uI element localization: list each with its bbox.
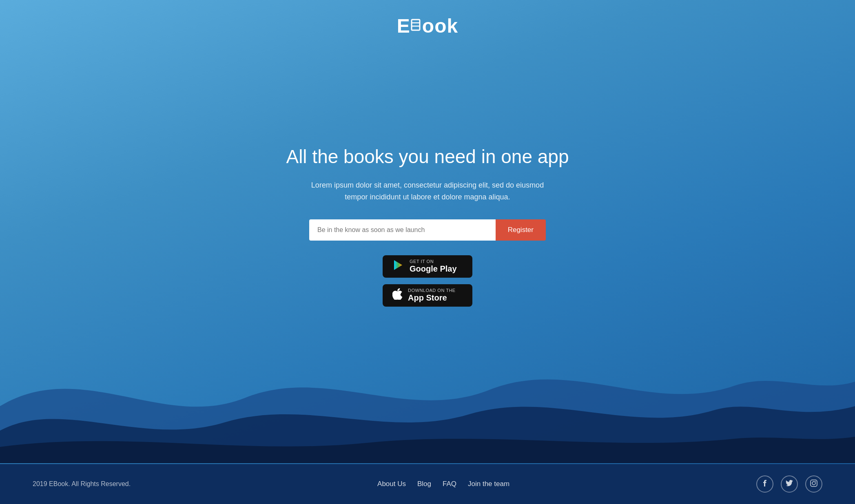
twitter-button[interactable]: [781, 475, 798, 493]
footer-social: [756, 475, 822, 493]
app-store-button[interactable]: Download on the App Store: [383, 284, 472, 307]
google-play-button[interactable]: GET IT ON Google Play: [383, 255, 472, 278]
google-play-small-text: GET IT ON: [410, 259, 434, 264]
footer: 2019 EBook. All Rights Reserved. About U…: [0, 464, 855, 504]
google-play-large-text: Google Play: [410, 264, 457, 274]
instagram-button[interactable]: [805, 475, 822, 493]
register-button[interactable]: Register: [496, 219, 546, 241]
google-play-text: GET IT ON Google Play: [410, 259, 457, 274]
logo: E ook: [0, 15, 855, 37]
email-input[interactable]: [309, 219, 496, 241]
footer-copyright: 2019 EBook. All Rights Reserved.: [33, 480, 131, 488]
register-form: Register: [309, 219, 546, 241]
app-store-large-text: App Store: [408, 293, 447, 303]
app-store-small-text: Download on the: [408, 288, 456, 293]
main-content: All the books you need in one app Lorem …: [0, 45, 855, 464]
apple-icon: [392, 288, 402, 303]
footer-link-about[interactable]: About Us: [377, 480, 406, 488]
hero-description: Lorem ipsum dolor sit amet, consectetur …: [305, 179, 550, 203]
twitter-icon: [786, 480, 793, 489]
svg-point-6: [815, 481, 816, 482]
footer-nav: About Us Blog FAQ Join the team: [377, 480, 509, 488]
svg-point-5: [812, 482, 815, 485]
app-buttons: GET IT ON Google Play Download on the Ap…: [383, 255, 472, 307]
footer-link-join[interactable]: Join the team: [468, 480, 509, 488]
hero-title: All the books you need in one app: [286, 146, 569, 168]
book-icon: [410, 17, 421, 33]
page-wrapper: E ook All the books you need in one app …: [0, 0, 855, 504]
logo-ook: ook: [422, 15, 458, 37]
svg-marker-3: [394, 260, 402, 270]
svg-rect-4: [811, 480, 817, 486]
facebook-button[interactable]: [756, 475, 773, 493]
logo-e: E: [397, 15, 409, 37]
header: E ook: [0, 0, 855, 45]
logo-b-decoration: [409, 17, 422, 33]
footer-link-blog[interactable]: Blog: [417, 480, 431, 488]
app-store-text: Download on the App Store: [408, 288, 456, 303]
svg-rect-0: [412, 20, 420, 30]
instagram-icon: [810, 480, 817, 489]
footer-link-faq[interactable]: FAQ: [443, 480, 456, 488]
facebook-icon: [762, 480, 768, 489]
google-play-icon: [392, 259, 404, 274]
